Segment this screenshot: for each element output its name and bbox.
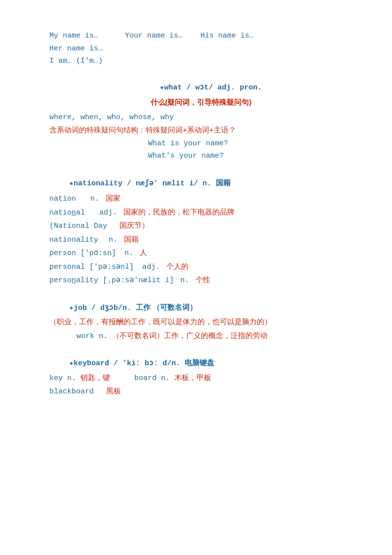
keyboard-line-2: blackboard 黑板 [49, 384, 353, 398]
job-heading: ★job / dʒɔb/n. 工作 （可数名词） [69, 301, 353, 315]
keyboard-line-1: key n. 钥匙，键 board n. 木板，甲板 [49, 371, 353, 385]
nationality-heading: ★nationality / næʃə' nælit i/ n. 国籍 [69, 176, 353, 190]
what-chinese-def: 什么(疑问词，引导特殊疑问句) [49, 96, 353, 109]
job-line-2: work n. （不可数名词）工作，广义的概念，泛指的劳动 [49, 329, 353, 343]
nationality-entry-2: national adj. 国家的，民族的，松下电器的品牌 [49, 206, 353, 219]
nationality-entry-7: personality [ˌpəːsə'nælit i] n. 个性 [49, 273, 353, 287]
nationality-heading-block: ★nationality / næʃə' nælit i/ n. 国籍 [49, 176, 353, 190]
nationality-entry-5: person ['pɑːsn] n. 人 [49, 246, 353, 260]
what-def: 什么(疑问词，引导特殊疑问句) [49, 96, 353, 109]
line-names-3: I am… (I'm…) [49, 55, 353, 68]
nationality-entry-3: (National Day 国庆节） [49, 219, 353, 233]
what-line-3: What is your name? [49, 137, 353, 150]
what-line-4: What's your name? [49, 150, 353, 163]
what-heading: ★what / wɔt/ adj. pron. [69, 82, 353, 94]
keyboard-heading-block: ★keyboard / 'kiː bɔː d/n. 电脑键盘 [49, 356, 353, 370]
keyboard-heading: ★keyboard / 'kiː bɔː d/n. 电脑键盘 [69, 356, 353, 370]
nationality-entry-4: nationality n. 国籍 [49, 233, 353, 247]
section-job: ★job / dʒɔb/n. 工作 （可数名词） （职业，工作，有报酬的工作，既… [49, 301, 353, 343]
section-keyboard: ★keyboard / 'kiː bɔː d/n. 电脑键盘 key n. 钥匙… [49, 356, 353, 398]
section-nationality: ★nationality / næʃə' nælit i/ n. 国籍 nati… [49, 176, 353, 287]
job-line-1: （职业，工作，有报酬的工作，既可以是体力的，也可以是脑力的） [49, 315, 353, 329]
page-content: My name is… Your name is… His name is… H… [49, 30, 353, 398]
nationality-entry-1: nation n. 国家 [49, 192, 353, 206]
section-names: My name is… Your name is… His name is… H… [49, 30, 353, 68]
line-names-1: My name is… Your name is… His name is… [49, 30, 353, 43]
job-heading-block: ★job / dʒɔb/n. 工作 （可数名词） [49, 301, 353, 315]
what-heading-block: ★what / wɔt/ adj. pron. [49, 82, 353, 94]
section-what: ★what / wɔt/ adj. pron. 什么(疑问词，引导特殊疑问句) … [49, 82, 353, 163]
nationality-entry-6: personal ['pəːsənl] adj. 个人的 [49, 260, 353, 274]
line-names-2: Her name is… [49, 43, 353, 55]
what-line-1: where, when, who, whose, why [49, 111, 353, 124]
what-line-2: 含系动词的特殊疑问句结构：特殊疑问词+系动词+主语？ [49, 124, 353, 137]
